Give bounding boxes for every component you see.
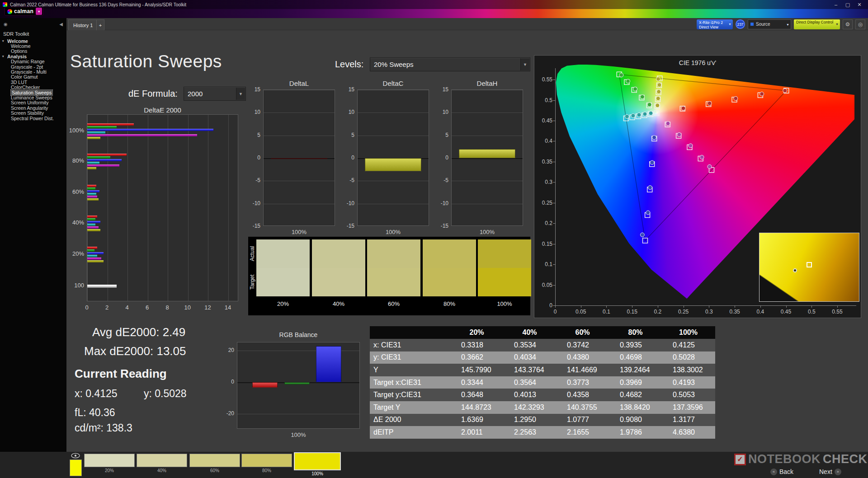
- axis-tick-label: 0: [433, 155, 448, 161]
- deltac-plot: [357, 89, 429, 226]
- session-options-icon[interactable]: ◎: [855, 19, 865, 29]
- blue-bar: [87, 159, 122, 161]
- sidebar-item-screen-uniformity[interactable]: Screen Uniformity: [0, 100, 66, 105]
- yellow-bar: [87, 260, 104, 262]
- axis-tick-label: 0.1: [597, 309, 615, 315]
- patch-80%[interactable]: 80%: [241, 454, 292, 473]
- axis-tick-label: -10: [339, 200, 354, 206]
- axis-tick-label: 0.5: [802, 309, 821, 315]
- display-control-button[interactable]: Direct Display Control ▼: [794, 19, 840, 29]
- chevron-down-icon: ▼: [786, 23, 789, 26]
- chart-title: DeltaE 2000: [87, 106, 238, 114]
- sidebar-item-screen-stability[interactable]: Screen Stability: [0, 110, 66, 115]
- tick: [553, 244, 555, 244]
- sidebar-item-options[interactable]: Options: [0, 49, 66, 54]
- patch-swatch: [84, 454, 135, 467]
- sidebar-item-dynamic-range[interactable]: Dynamic Range: [0, 59, 66, 64]
- add-tab-button[interactable]: +: [96, 19, 104, 30]
- axis-tick-label: -10: [433, 200, 448, 206]
- swatch-100%: [478, 239, 531, 296]
- collapse-sidebar-icon[interactable]: ◀: [59, 22, 63, 27]
- gridline: [228, 115, 229, 301]
- menu-bar: calman ▾: [0, 9, 868, 18]
- sidebar-item-colorchecker[interactable]: ColorChecker: [0, 85, 66, 90]
- cie-zoom-inset: [759, 233, 859, 302]
- sidebar-item-spectral-power-dist-[interactable]: Spectral Power Dist.: [0, 116, 66, 121]
- sidebar-item-saturation-sweeps[interactable]: Saturation Sweeps: [0, 90, 66, 95]
- window-controls: – ▢ ✕: [830, 2, 865, 8]
- minimize-button[interactable]: –: [830, 2, 842, 8]
- sidebar-item-analysis[interactable]: ▾Analysis: [0, 54, 66, 59]
- sidebar-item-grayscale-2pt[interactable]: Grayscale - 2pt: [0, 64, 66, 69]
- red-bar: [87, 185, 96, 187]
- axis-tick-label: 40%: [63, 219, 84, 226]
- red-bar: [87, 247, 97, 249]
- gridline: [452, 136, 523, 136]
- sidebar-item-color-gamut[interactable]: Color Gamut: [0, 75, 66, 80]
- axis-tick-label: 0.35: [726, 309, 744, 315]
- tick: [553, 264, 555, 265]
- cyan-bar: [87, 162, 99, 164]
- table-cell: 0.4013: [503, 389, 556, 401]
- maximize-button[interactable]: ▢: [842, 2, 854, 8]
- meter-mode: Direct View: [699, 25, 728, 29]
- table-cell: 0.3742: [556, 339, 609, 351]
- gridline: [208, 115, 208, 301]
- axis-tick-label: 80%: [63, 157, 84, 164]
- sidebar-item-welcome[interactable]: Welcome: [0, 43, 66, 48]
- delta-bar: [271, 158, 327, 159]
- patch-100%[interactable]: 100%: [294, 452, 341, 476]
- tab-history-1[interactable]: History 1: [68, 19, 98, 30]
- logo-dropdown-arrow[interactable]: ▾: [36, 8, 42, 15]
- patch-40%[interactable]: 40%: [137, 454, 187, 473]
- chevron-down-icon: ▼: [236, 88, 245, 100]
- yellow-bar: [87, 198, 99, 201]
- notebookcheck-logo-icon: ✓: [734, 454, 746, 465]
- patch-60%[interactable]: 60%: [189, 454, 240, 473]
- sidebar-item-3d-lut[interactable]: 3D LUT: [0, 80, 66, 84]
- source-label: Source: [756, 22, 770, 27]
- axis-tick-label: 0.45: [535, 117, 552, 124]
- table-cell: 0.3344: [450, 376, 503, 389]
- axis-tick-label: 100%: [63, 127, 84, 134]
- sidebar-item-label: 3D LUT: [11, 80, 27, 85]
- table-cell: 142.3293: [503, 401, 556, 414]
- levels-dropdown[interactable]: 20% Sweeps ▼: [370, 57, 530, 71]
- next-button[interactable]: Next »: [819, 468, 841, 475]
- sidebar-item-screen-angularity[interactable]: Screen Angularity: [0, 105, 66, 110]
- axis-tick-label: 0.3: [700, 309, 718, 315]
- patch-label: 20%: [84, 468, 135, 473]
- tree-expander-icon[interactable]: ▾: [2, 55, 6, 58]
- patch-20%[interactable]: 20%: [84, 454, 135, 473]
- tick: [553, 100, 555, 101]
- settings-gear-icon[interactable]: ⚙: [843, 19, 853, 29]
- column-header: 40%: [503, 326, 556, 339]
- formula-dropdown[interactable]: 2000 ▼: [184, 87, 246, 101]
- gridline: [264, 136, 335, 136]
- green-bar: [87, 249, 94, 252]
- meter-button[interactable]: X-Rite i1Pro 2 Direct View ▼: [697, 19, 733, 29]
- sidebar-item-luminance-sweeps[interactable]: Luminance Sweeps: [0, 95, 66, 100]
- table-cell: 0.4682: [609, 389, 662, 401]
- sidebar-item-grayscale-multi[interactable]: Grayscale - Multi: [0, 69, 66, 74]
- back-button[interactable]: « Back: [770, 468, 793, 475]
- axis-tick-label: 0: [339, 155, 354, 161]
- axis-tick-label: 10: [245, 109, 260, 115]
- deltal-plot: [263, 89, 335, 226]
- axis-tick-label: 60%: [63, 188, 84, 195]
- table-cell: 0.3935: [609, 339, 662, 351]
- sidebar-item-welcome[interactable]: ▾Welcome: [0, 38, 66, 43]
- calman-logo-menu[interactable]: calman ▾: [5, 7, 43, 16]
- cyan-bar: [87, 224, 95, 226]
- close-button[interactable]: ✕: [854, 2, 865, 8]
- source-dropdown[interactable]: Source ▼: [748, 19, 791, 29]
- magenta-bar: [87, 134, 197, 136]
- sidebar-item-label: Saturation Sweeps: [11, 90, 52, 95]
- title-bar: Calman 2022 Calman Ultimate for Business…: [0, 0, 868, 9]
- tree-expander-icon[interactable]: ▾: [2, 39, 6, 43]
- source-icon: [750, 23, 754, 26]
- row-label: y: CIE31: [370, 351, 450, 364]
- axis-tick-label: 15: [245, 86, 260, 93]
- axis-label: 100%: [263, 229, 335, 235]
- table-row: Target Y144.8723142.3293140.3755138.8420…: [370, 401, 715, 414]
